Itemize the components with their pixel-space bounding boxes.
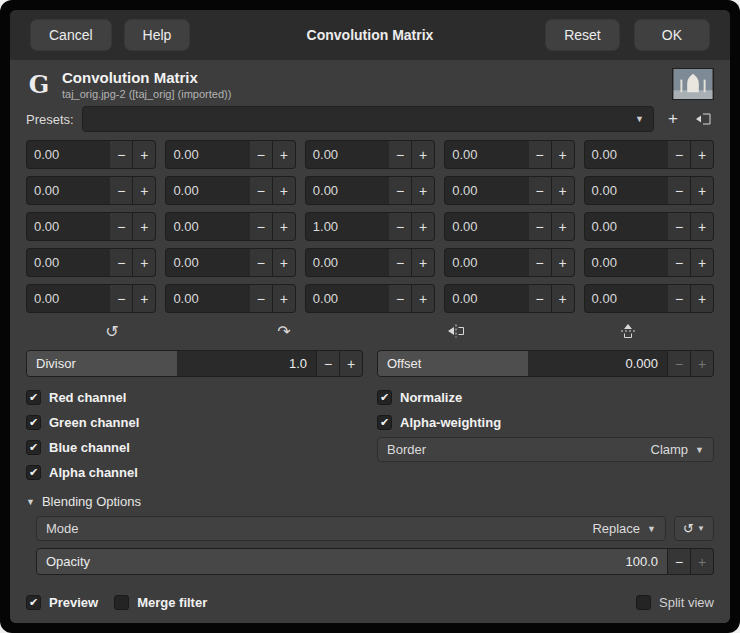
increment-button[interactable]: + — [412, 212, 435, 241]
matrix-value-field[interactable]: 0.00 — [584, 284, 668, 313]
matrix-value-field[interactable]: 0.00 — [165, 212, 249, 241]
increment-button[interactable]: + — [691, 176, 714, 205]
matrix-value-field[interactable]: 0.00 — [444, 140, 528, 169]
decrement-button[interactable]: − — [668, 284, 691, 313]
matrix-value-field[interactable]: 1.00 — [305, 212, 389, 241]
increment-button[interactable]: + — [691, 284, 714, 313]
preview-checkbox[interactable]: ✔ — [26, 595, 41, 610]
matrix-value-field[interactable]: 0.00 — [444, 212, 528, 241]
decrement-button[interactable]: − — [389, 140, 412, 169]
matrix-value-field[interactable]: 0.00 — [26, 248, 110, 277]
decrement-button[interactable]: − — [668, 176, 691, 205]
border-combobox[interactable]: Border Clamp ▼ — [377, 437, 714, 462]
increment-button[interactable]: + — [552, 284, 575, 313]
decrement-button[interactable]: − — [250, 284, 273, 313]
increment-button[interactable]: + — [273, 248, 296, 277]
decrement-button[interactable]: − — [668, 212, 691, 241]
matrix-value-field[interactable]: 0.00 — [305, 176, 389, 205]
opacity-slider[interactable]: Opacity 100.0 — [36, 548, 668, 575]
mode-combobox[interactable]: Mode Replace ▼ — [36, 516, 666, 541]
decrement-button[interactable]: − — [389, 176, 412, 205]
increment-button[interactable]: + — [412, 248, 435, 277]
mode-reset-button[interactable]: ↺ ▼ — [674, 516, 714, 541]
help-button[interactable]: Help — [124, 19, 191, 51]
decrement-button[interactable]: − — [250, 140, 273, 169]
divisor-decrement-button[interactable]: − — [317, 350, 340, 377]
flip-horizontal-button[interactable] — [370, 320, 542, 342]
increment-button[interactable]: + — [133, 176, 156, 205]
ok-button[interactable]: OK — [634, 19, 710, 51]
decrement-button[interactable]: − — [110, 248, 133, 277]
normalize-checkbox[interactable]: ✔ — [377, 390, 392, 405]
increment-button[interactable]: + — [133, 212, 156, 241]
divisor-slider[interactable]: Divisor 1.0 — [26, 350, 317, 377]
decrement-button[interactable]: − — [110, 212, 133, 241]
increment-button[interactable]: + — [691, 212, 714, 241]
cancel-button[interactable]: Cancel — [30, 19, 112, 51]
decrement-button[interactable]: − — [529, 212, 552, 241]
blending-options-expander[interactable]: ▼ Blending Options — [26, 494, 714, 509]
matrix-value-field[interactable]: 0.00 — [584, 212, 668, 241]
decrement-button[interactable]: − — [529, 140, 552, 169]
increment-button[interactable]: + — [552, 176, 575, 205]
titlebar[interactable]: Cancel Help Convolution Matrix Reset OK — [10, 10, 730, 60]
decrement-button[interactable]: − — [250, 248, 273, 277]
reset-button[interactable]: Reset — [545, 19, 620, 51]
increment-button[interactable]: + — [552, 212, 575, 241]
increment-button[interactable]: + — [133, 248, 156, 277]
increment-button[interactable]: + — [133, 284, 156, 313]
decrement-button[interactable]: − — [529, 284, 552, 313]
presets-menu-button[interactable] — [692, 108, 714, 130]
green-channel-checkbox[interactable]: ✔ — [26, 415, 41, 430]
decrement-button[interactable]: − — [389, 248, 412, 277]
decrement-button[interactable]: − — [529, 176, 552, 205]
opacity-decrement-button[interactable]: − — [668, 548, 691, 575]
matrix-value-field[interactable]: 0.00 — [305, 248, 389, 277]
matrix-value-field[interactable]: 0.00 — [26, 140, 110, 169]
matrix-value-field[interactable]: 0.00 — [165, 176, 249, 205]
increment-button[interactable]: + — [552, 248, 575, 277]
matrix-value-field[interactable]: 0.00 — [165, 248, 249, 277]
matrix-value-field[interactable]: 0.00 — [26, 284, 110, 313]
matrix-value-field[interactable]: 0.00 — [584, 248, 668, 277]
matrix-value-field[interactable]: 0.00 — [26, 176, 110, 205]
matrix-value-field[interactable]: 0.00 — [305, 284, 389, 313]
increment-button[interactable]: + — [552, 140, 575, 169]
matrix-value-field[interactable]: 0.00 — [584, 140, 668, 169]
alpha-weighting-checkbox[interactable]: ✔ — [377, 415, 392, 430]
decrement-button[interactable]: − — [250, 212, 273, 241]
decrement-button[interactable]: − — [110, 140, 133, 169]
matrix-value-field[interactable]: 0.00 — [444, 176, 528, 205]
decrement-button[interactable]: − — [389, 212, 412, 241]
decrement-button[interactable]: − — [110, 176, 133, 205]
matrix-value-field[interactable]: 0.00 — [584, 176, 668, 205]
decrement-button[interactable]: − — [250, 176, 273, 205]
matrix-value-field[interactable]: 0.00 — [165, 140, 249, 169]
decrement-button[interactable]: − — [110, 284, 133, 313]
decrement-button[interactable]: − — [389, 284, 412, 313]
increment-button[interactable]: + — [691, 248, 714, 277]
rotate-counterclockwise-button[interactable]: ↺ — [26, 320, 198, 342]
increment-button[interactable]: + — [273, 212, 296, 241]
presets-combobox[interactable]: ▼ — [82, 106, 654, 132]
matrix-value-field[interactable]: 0.00 — [305, 140, 389, 169]
add-preset-button[interactable]: + — [662, 108, 684, 130]
flip-vertical-button[interactable] — [542, 320, 714, 342]
split-view-checkbox[interactable] — [636, 595, 651, 610]
increment-button[interactable]: + — [133, 140, 156, 169]
decrement-button[interactable]: − — [529, 248, 552, 277]
increment-button[interactable]: + — [691, 140, 714, 169]
decrement-button[interactable]: − — [668, 140, 691, 169]
matrix-value-field[interactable]: 0.00 — [444, 284, 528, 313]
divisor-increment-button[interactable]: + — [340, 350, 363, 377]
rotate-clockwise-button[interactable]: ↷ — [198, 320, 370, 342]
red-channel-checkbox[interactable]: ✔ — [26, 390, 41, 405]
increment-button[interactable]: + — [412, 140, 435, 169]
matrix-value-field[interactable]: 0.00 — [165, 284, 249, 313]
increment-button[interactable]: + — [412, 284, 435, 313]
decrement-button[interactable]: − — [668, 248, 691, 277]
increment-button[interactable]: + — [273, 176, 296, 205]
alpha-channel-checkbox[interactable]: ✔ — [26, 465, 41, 480]
blue-channel-checkbox[interactable]: ✔ — [26, 440, 41, 455]
offset-slider[interactable]: Offset 0.000 — [377, 350, 668, 377]
